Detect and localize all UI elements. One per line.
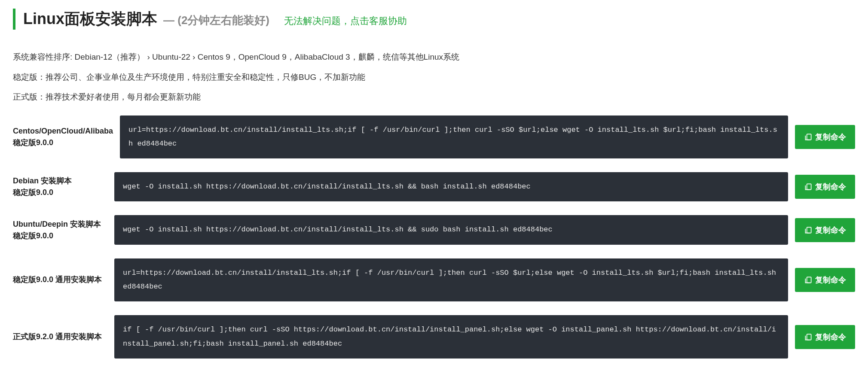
scripts-list: Centos/OpenCloud/Alibaba 稳定版9.0.0 url=ht… [13,115,855,359]
script-code: url=https://download.bt.cn/install/insta… [120,115,788,159]
script-code: if [ -f /usr/bin/curl ];then curl -sSO h… [114,315,788,359]
script-label: Debian 安装脚本 稳定版9.0.0 [13,175,107,198]
script-label-line1: 正式版9.2.0 通用安装脚本 [13,331,107,343]
svg-rect-3 [807,277,811,283]
script-label-line1: Centos/OpenCloud/Alibaba [13,125,113,137]
script-label: Ubuntu/Deepin 安装脚本 稳定版9.0.0 [13,219,107,242]
copy-button[interactable]: 复制命令 [795,125,855,149]
svg-rect-0 [807,134,811,140]
page-header: Linux面板安装脚本 — (2分钟左右能装好) 无法解决问题，点击客服协助 [13,9,855,30]
copy-button[interactable]: 复制命令 [795,325,855,349]
svg-rect-1 [807,184,811,190]
desc-stable: 稳定版：推荐公司、企事业单位及生产环境使用，特别注重安全和稳定性，只修BUG，不… [13,71,855,84]
copy-icon [804,226,813,234]
script-row-ubuntu: Ubuntu/Deepin 安装脚本 稳定版9.0.0 wget -O inst… [13,215,855,244]
copy-icon [804,333,813,341]
script-label: 稳定版9.0.0 通用安装脚本 [13,274,107,286]
script-row-release-universal: 正式版9.2.0 通用安装脚本 if [ -f /usr/bin/curl ];… [13,315,855,359]
svg-rect-4 [807,334,811,340]
script-row-centos: Centos/OpenCloud/Alibaba 稳定版9.0.0 url=ht… [13,115,855,159]
copy-label: 复制命令 [815,132,846,142]
help-link[interactable]: 无法解决问题，点击客服协助 [284,15,407,27]
copy-button[interactable]: 复制命令 [795,175,855,199]
script-label-line1: Ubuntu/Deepin 安装脚本 [13,219,107,230]
script-label-line2: 稳定版9.0.0 [13,187,107,198]
copy-label: 复制命令 [815,332,846,342]
page-subtitle: — (2分钟左右能装好) [163,13,269,28]
copy-button[interactable]: 复制命令 [795,268,855,292]
script-label: 正式版9.2.0 通用安装脚本 [13,331,107,343]
script-row-debian: Debian 安装脚本 稳定版9.0.0 wget -O install.sh … [13,172,855,201]
copy-icon [804,276,813,284]
desc-release: 正式版：推荐技术爱好者使用，每月都会更新新功能 [13,91,855,103]
script-label-line1: Debian 安装脚本 [13,175,107,187]
copy-label: 复制命令 [815,225,846,235]
script-label-line1: 稳定版9.0.0 通用安装脚本 [13,274,107,286]
svg-rect-2 [807,227,811,233]
copy-button[interactable]: 复制命令 [795,218,855,242]
title-wrap: Linux面板安装脚本 — (2分钟左右能装好) [13,9,269,30]
page-title: Linux面板安装脚本 [23,9,157,30]
copy-icon [804,133,813,141]
script-code: wget -O install.sh https://download.bt.c… [114,215,788,244]
script-code: url=https://download.bt.cn/install/insta… [114,258,788,302]
copy-icon [804,182,813,191]
script-label: Centos/OpenCloud/Alibaba 稳定版9.0.0 [13,125,113,149]
script-row-stable-universal: 稳定版9.0.0 通用安装脚本 url=https://download.bt.… [13,258,855,302]
script-label-line2: 稳定版9.0.0 [13,230,107,242]
copy-label: 复制命令 [815,182,846,192]
desc-compatibility: 系统兼容性排序: Debian-12（推荐） › Ubuntu-22 › Cen… [13,51,855,64]
script-label-line2: 稳定版9.0.0 [13,137,113,149]
copy-label: 复制命令 [815,275,846,285]
script-code: wget -O install.sh https://download.bt.c… [114,172,788,201]
